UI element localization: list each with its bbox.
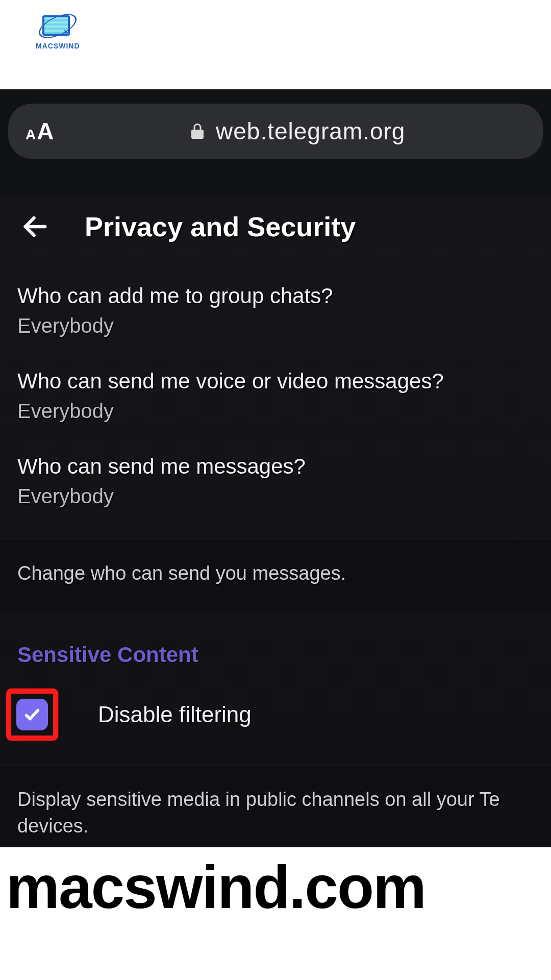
disable-filtering-checkbox[interactable] (16, 699, 48, 730)
top-watermark-bar: MACSWIND (0, 0, 551, 89)
brand-url-text: macswind.com (6, 852, 425, 922)
setting-row-group-chats[interactable]: Who can add me to group chats? Everybody (0, 284, 551, 369)
setting-title: Who can send me voice or video messages? (17, 369, 534, 394)
back-button[interactable] (20, 212, 50, 241)
page-title: Privacy and Security (85, 211, 356, 242)
small-a-icon: A (26, 127, 36, 143)
check-icon (23, 706, 41, 723)
setting-value: Everybody (17, 314, 534, 337)
setting-value: Everybody (17, 400, 534, 423)
big-a-icon: A (37, 117, 54, 145)
bottom-watermark-bar: macswind.com (0, 847, 551, 980)
arrow-left-icon (20, 212, 50, 241)
disable-filtering-row[interactable]: Disable filtering (0, 689, 551, 765)
reader-font-size-button[interactable]: A A (26, 117, 54, 145)
url-bar[interactable]: A A web.telegram.org (8, 104, 543, 159)
setting-row-voice-video[interactable]: Who can send me voice or video messages?… (0, 369, 551, 454)
app-content: Privacy and Security Who can add me to g… (0, 199, 551, 847)
macswind-logo-text: MACSWIND (36, 42, 80, 50)
setting-value: Everybody (17, 485, 534, 508)
lock-icon (188, 122, 207, 140)
macswind-logo-mark (40, 12, 75, 40)
sensitive-content-description: Display sensitive media in public channe… (0, 765, 551, 847)
browser-frame: A A web.telegram.org Privacy and Securit… (0, 89, 551, 847)
annotation-highlight-box (6, 689, 58, 741)
sensitive-content-header: Sensitive Content (0, 613, 551, 689)
setting-title: Who can add me to group chats? (17, 284, 534, 308)
setting-row-messages[interactable]: Who can send me messages? Everybody (0, 454, 551, 540)
macswind-logo: MACSWIND (36, 12, 80, 50)
url-host-area[interactable]: web.telegram.org (68, 117, 525, 145)
url-host-text: web.telegram.org (216, 117, 405, 145)
setting-title: Who can send me messages? (17, 454, 534, 479)
messages-section-note: Change who can send you messages. (0, 540, 551, 613)
privacy-settings-list: Who can add me to group chats? Everybody… (0, 255, 551, 540)
app-header: Privacy and Security (0, 199, 551, 255)
disable-filtering-label: Disable filtering (98, 702, 252, 727)
